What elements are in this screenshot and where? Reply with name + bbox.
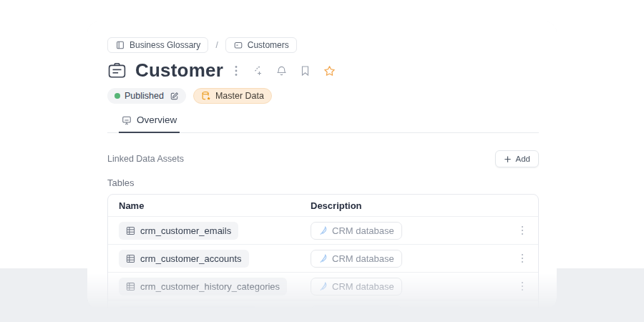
table-row: crm_customer_history_categories CRM data…: [108, 272, 538, 300]
notification-bell-icon[interactable]: [276, 65, 287, 77]
breadcrumb-business-glossary[interactable]: Business Glossary: [107, 37, 208, 53]
asset-name: crm_customer_accounts: [140, 253, 242, 264]
asset-description: CRM database: [332, 281, 394, 292]
tab-overview[interactable]: Overview: [119, 114, 180, 133]
database-star-icon: [201, 91, 211, 101]
kebab-menu-icon[interactable]: [235, 65, 238, 77]
tab-label: Overview: [137, 114, 177, 125]
description-chip[interactable]: CRM database: [311, 278, 402, 296]
category-badge-master-data[interactable]: Master Data: [193, 88, 272, 104]
description-chip[interactable]: CRM database: [311, 250, 402, 268]
table-grid-icon: [126, 254, 135, 263]
row-menu-icon[interactable]: [519, 251, 527, 266]
breadcrumb-label: Business Glossary: [130, 40, 200, 50]
table-row: crm_customer_emails CRM database: [108, 216, 538, 244]
pen-nib-icon: [318, 226, 328, 235]
overview-icon: [122, 115, 132, 125]
linked-assets-header: Linked Data Assets Add: [107, 150, 539, 167]
pen-nib-icon: [318, 254, 328, 263]
table-header-row: Name Description: [108, 195, 538, 216]
add-button[interactable]: Add: [495, 150, 539, 167]
asset-description: CRM database: [332, 253, 394, 264]
asset-chip[interactable]: crm_customer_accounts: [119, 250, 249, 268]
lineage-icon[interactable]: [251, 65, 263, 77]
status-dot: [114, 93, 120, 99]
tab-bar: Overview: [107, 114, 539, 133]
column-header-description: Description: [311, 200, 362, 211]
page-title: Customer: [135, 59, 223, 82]
breadcrumb-separator: /: [215, 40, 218, 50]
glossary-term-icon: [233, 40, 243, 50]
breadcrumb-label: Customers: [248, 40, 289, 50]
bookmark-icon[interactable]: [301, 65, 310, 77]
row-menu-icon[interactable]: [519, 279, 527, 294]
pen-nib-icon: [318, 282, 328, 291]
term-card-icon: [107, 62, 127, 79]
column-header-name: Name: [119, 200, 144, 211]
plus-icon: [504, 155, 512, 163]
tables-group-label: Tables: [107, 177, 539, 188]
status-label: Published: [125, 91, 164, 101]
book-icon: [115, 40, 125, 50]
title-row: Customer: [107, 59, 539, 82]
linked-tables-list: Name Description crm_customer_emails: [107, 194, 539, 322]
status-badge-published[interactable]: Published: [107, 88, 186, 104]
row-menu-icon[interactable]: [519, 223, 527, 238]
badge-row: Published Master Data: [107, 88, 539, 104]
favorite-star-icon[interactable]: [323, 65, 336, 77]
asset-description: CRM database: [332, 225, 394, 236]
category-label: Master Data: [215, 91, 264, 101]
glossary-term-card: Business Glossary / Customers Customer: [87, 21, 557, 309]
breadcrumb: Business Glossary / Customers: [107, 37, 539, 53]
title-actions: [235, 65, 336, 77]
breadcrumb-customers[interactable]: Customers: [225, 37, 297, 53]
description-chip[interactable]: CRM database: [311, 222, 402, 240]
asset-name: crm_customer_emails: [140, 225, 231, 236]
table-grid-icon: [126, 226, 135, 235]
section-title: Linked Data Assets: [107, 154, 184, 164]
asset-chip[interactable]: crm_customer_emails: [119, 222, 238, 240]
edit-status-icon[interactable]: [170, 92, 179, 101]
asset-chip[interactable]: crm_customer_history_categories: [119, 278, 287, 296]
table-row: crm_customer_accounts CRM database: [108, 244, 538, 272]
add-button-label: Add: [516, 155, 530, 163]
asset-name: crm_customer_history_categories: [140, 281, 280, 292]
table-grid-icon: [126, 282, 135, 291]
